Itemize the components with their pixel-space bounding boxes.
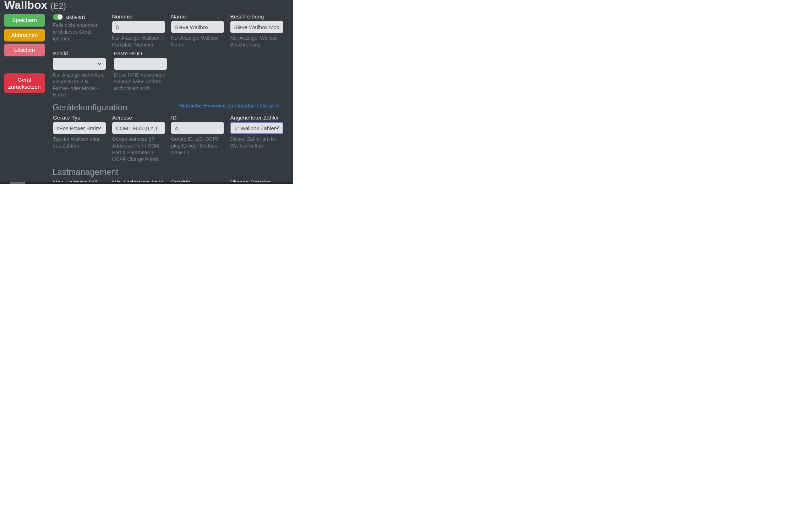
number-help: Nur Anzeige: Wallbox- / Parkplatz-Nummer (112, 35, 165, 48)
config-form: aktiviert Falls nicht angehakt wird dies… (53, 13, 288, 184)
id-help: Geräte ID, z.B. OCPP plug ID oder Modbus… (171, 136, 224, 156)
reset-device-button[interactable]: Gerät zurücksetzen (4, 73, 45, 93)
rfid-help: Diese RFID verwenden solange keine ander… (114, 72, 167, 92)
address-input[interactable] (112, 122, 165, 134)
activated-label: aktiviert (66, 14, 85, 20)
device-hints-link[interactable]: Hilfreiche Hinweise zu einzelnen Geräten (179, 102, 280, 109)
device-type-help: Typ der Wallbox oder des Zählers (53, 136, 106, 149)
number-input[interactable] (112, 21, 165, 33)
name-input[interactable] (171, 21, 224, 33)
address-help: Geräte-Adresse (IP Addresse:Port / COM P… (112, 136, 165, 163)
description-label: Beschreibung (230, 13, 288, 20)
rfid-label: Feste RFID (114, 50, 174, 57)
activated-help: Falls nicht angehakt wird dieses Gerät i… (53, 22, 106, 42)
description-input[interactable] (230, 21, 283, 33)
title-sub: (E2) (50, 1, 66, 11)
cancel-button[interactable]: Abbrechen (4, 29, 45, 41)
name-label: Name (171, 13, 229, 20)
activated-toggle[interactable] (53, 14, 63, 20)
sign-label: Schild (53, 50, 113, 57)
rfid-input[interactable] (114, 58, 167, 70)
device-type-select[interactable] (53, 122, 106, 134)
sign-help: Nur Anzeige wenn Auto eingesteckt: z.B. … (53, 72, 106, 99)
id-label: ID (171, 115, 229, 121)
page-title: Wallbox (E2) (4, 0, 66, 12)
id-input[interactable] (171, 122, 224, 134)
wallbox-config-panel: Wallbox (E2) Speichern Abbrechen Löschen… (0, 0, 293, 184)
meter-label: Angehefteter Zähler (230, 115, 288, 121)
address-label: Adresse (112, 115, 170, 121)
number-label: Nummer (112, 13, 170, 20)
device-type-label: Geräte-Typ (53, 115, 111, 121)
action-button-column: Speichern Abbrechen Löschen Gerät zurück… (4, 14, 45, 95)
horizontal-scrollbar[interactable] (0, 182, 293, 184)
sign-select[interactable] (53, 58, 106, 70)
delete-button[interactable]: Löschen (4, 44, 45, 56)
title-main: Wallbox (4, 0, 47, 11)
meter-help: Diesen Zähler an die Wallbox heften (230, 136, 283, 149)
meter-select[interactable] (230, 122, 283, 134)
description-help: Nur Anzeige: Wallbox Beschreibung (230, 35, 283, 48)
save-button[interactable]: Speichern (4, 14, 45, 27)
section-load-management: Lastmanagement (53, 167, 288, 177)
name-help: Nur Anzeige: Wallbox Name (171, 35, 224, 48)
